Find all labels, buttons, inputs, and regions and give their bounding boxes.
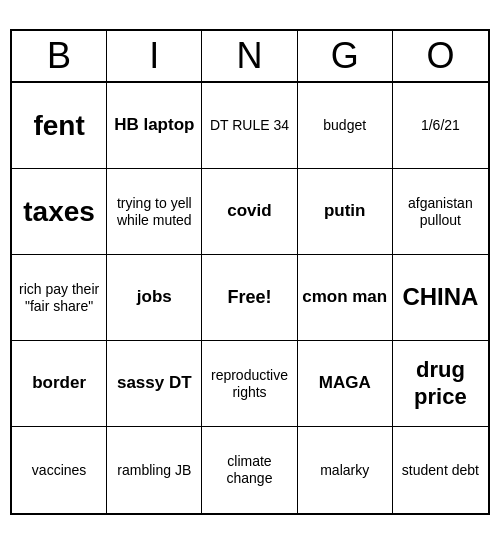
bingo-cell-0: fent — [12, 83, 107, 169]
bingo-cell-14: CHINA — [393, 255, 488, 341]
bingo-cell-9: afganistan pullout — [393, 169, 488, 255]
header-letter: G — [298, 31, 393, 81]
bingo-cell-20: vaccines — [12, 427, 107, 513]
bingo-cell-10: rich pay their "fair share" — [12, 255, 107, 341]
bingo-cell-12: Free! — [202, 255, 297, 341]
bingo-header: BINGO — [12, 31, 488, 83]
bingo-cell-18: MAGA — [298, 341, 393, 427]
bingo-grid: fentHB laptopDT RULE 34budget1/6/21taxes… — [12, 83, 488, 513]
bingo-cell-1: HB laptop — [107, 83, 202, 169]
bingo-cell-2: DT RULE 34 — [202, 83, 297, 169]
header-letter: I — [107, 31, 202, 81]
bingo-cell-23: malarky — [298, 427, 393, 513]
bingo-cell-22: climate change — [202, 427, 297, 513]
header-letter: B — [12, 31, 107, 81]
bingo-cell-15: border — [12, 341, 107, 427]
bingo-cell-3: budget — [298, 83, 393, 169]
header-letter: O — [393, 31, 488, 81]
bingo-cell-8: putin — [298, 169, 393, 255]
bingo-cell-4: 1/6/21 — [393, 83, 488, 169]
bingo-cell-21: rambling JB — [107, 427, 202, 513]
header-letter: N — [202, 31, 297, 81]
bingo-cell-16: sassy DT — [107, 341, 202, 427]
bingo-card: BINGO fentHB laptopDT RULE 34budget1/6/2… — [10, 29, 490, 515]
bingo-cell-24: student debt — [393, 427, 488, 513]
bingo-cell-7: covid — [202, 169, 297, 255]
bingo-cell-11: jobs — [107, 255, 202, 341]
bingo-cell-19: drug price — [393, 341, 488, 427]
bingo-cell-5: taxes — [12, 169, 107, 255]
bingo-cell-6: trying to yell while muted — [107, 169, 202, 255]
bingo-cell-17: reproductive rights — [202, 341, 297, 427]
bingo-cell-13: cmon man — [298, 255, 393, 341]
